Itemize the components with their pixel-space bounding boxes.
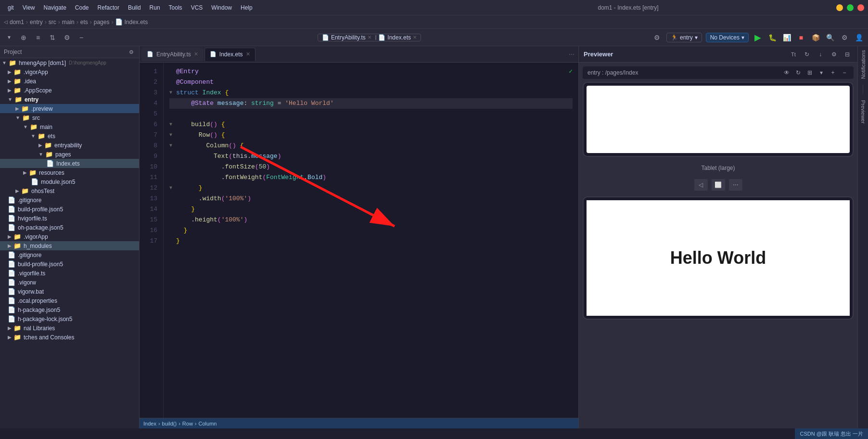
preview-grid-icon[interactable]: ⊞ xyxy=(805,68,814,77)
sidebar-buildprofile2[interactable]: 📄 build-profile.json5 xyxy=(0,259,139,269)
sidebar-ohostest[interactable]: ▶ 📁 ohosTest xyxy=(0,186,139,195)
fold-icon[interactable]: ▼ xyxy=(169,183,174,194)
menu-vcs[interactable]: VCS xyxy=(187,3,207,12)
fold-icon[interactable] xyxy=(169,236,174,246)
fold-icon[interactable] xyxy=(169,98,174,109)
preview-zoom-in-icon[interactable]: + xyxy=(829,68,837,77)
sidebar-main[interactable]: ▼ 📁 main xyxy=(0,122,139,131)
sidebar-gitignore2[interactable]: 📄 .gitignore xyxy=(0,250,139,259)
preview-zoom-out-icon[interactable]: − xyxy=(840,68,849,77)
sidebar-tches[interactable]: ▶ 📁 tches and Consoles xyxy=(0,333,139,342)
fold-icon[interactable] xyxy=(169,204,174,215)
code-content[interactable]: @Entry ✓ @Component ▼ struct Index { xyxy=(164,63,578,418)
search-icon[interactable]: 🔍 xyxy=(825,32,835,43)
preview-dropdown-icon[interactable]: ▾ xyxy=(817,68,826,77)
sidebar-preview[interactable]: ▶ 📁 .preview xyxy=(0,104,139,113)
sidebar-modulejson5[interactable]: 📄 module.json5 xyxy=(0,177,139,186)
deploy-icon[interactable]: 📦 xyxy=(810,32,821,43)
menu-window[interactable]: Window xyxy=(207,3,236,12)
close-button[interactable] xyxy=(857,4,864,11)
sidebar-ohpackage[interactable]: 📄 oh-package.json5 xyxy=(0,223,139,232)
entry-selector[interactable]: 🏃 entry ▾ xyxy=(666,33,702,42)
run-button[interactable]: ▶ xyxy=(753,32,763,43)
menu-run[interactable]: Run xyxy=(146,3,164,12)
fold-icon[interactable]: ▼ xyxy=(169,141,174,151)
fold-icon[interactable] xyxy=(169,172,174,183)
sidebar-idea[interactable]: ▶ 📁 .idea xyxy=(0,77,139,86)
toolbar-sort-icon[interactable]: ⇅ xyxy=(47,32,58,43)
tab-more-icon[interactable]: ⋯ xyxy=(567,51,576,58)
sidebar-gitignore[interactable]: 📄 .gitignore xyxy=(0,195,139,205)
previewer-settings-icon[interactable]: ⚙ xyxy=(829,49,839,60)
breadcrumb-ets[interactable]: ets xyxy=(80,19,88,26)
sidebar-build-profile[interactable]: 📄 build-profile.json5 xyxy=(0,205,139,214)
fold-icon[interactable] xyxy=(169,162,174,172)
toolbar-target-icon[interactable]: ⊕ xyxy=(18,32,29,43)
previewer-side-tab[interactable]: Previewer xyxy=(859,98,867,126)
sidebar-resources[interactable]: ▶ 📁 resources xyxy=(0,168,139,177)
previewer-expand-icon[interactable]: ⊟ xyxy=(842,49,853,60)
sidebar-gear-icon[interactable]: ⚙ xyxy=(128,48,135,56)
sidebar-hpackagelock[interactable]: 📄 h-package-lock.json5 xyxy=(0,314,139,323)
fold-icon[interactable] xyxy=(169,194,174,204)
preview-refresh2-icon[interactable]: ↻ xyxy=(794,68,803,77)
notifications-tab[interactable]: Notifications xyxy=(859,48,867,81)
tab-indexets[interactable]: 📄 Index.ets ✕ xyxy=(204,48,255,61)
device-home-button[interactable]: ⬜ xyxy=(712,179,725,191)
previewer-download-icon[interactable]: ↓ xyxy=(815,49,826,60)
tab-close-icon[interactable]: ✕ xyxy=(246,51,250,57)
breadcrumb-item[interactable]: ◁ xyxy=(4,19,8,25)
device-back-button[interactable]: ◁ xyxy=(694,179,708,191)
menu-code[interactable]: Code xyxy=(71,3,93,12)
sidebar-item-root[interactable]: ▼ 📁 hmengApp [dom1] D:\hongmengApp xyxy=(0,58,139,67)
fold-icon[interactable]: ▼ xyxy=(169,88,174,98)
profile-icon[interactable]: 📊 xyxy=(781,32,792,43)
editor-tab-indicator[interactable]: 📄 EntryAbility.ts ✕ | 📄 Index.ets ✕ xyxy=(318,34,421,41)
sidebar-vigorwbat[interactable]: 📄 vigorw.bat xyxy=(0,287,139,296)
fold-icon[interactable] xyxy=(169,225,174,236)
sidebar-hpackage[interactable]: 📄 h-package.json5 xyxy=(0,305,139,314)
menu-refactor[interactable]: Refactor xyxy=(94,3,123,12)
debug-icon[interactable]: 🐛 xyxy=(767,32,778,43)
tab-close-icon[interactable]: ✕ xyxy=(194,51,198,57)
fold-icon[interactable]: ▼ xyxy=(169,119,174,130)
menu-git[interactable]: git xyxy=(4,3,18,12)
toolbar-settings-icon[interactable]: ⚙ xyxy=(62,32,72,43)
sidebar-hvigorfile[interactable]: 📄 hvigorfile.ts xyxy=(0,214,139,223)
sidebar-entryability[interactable]: ▶ 📁 entryability xyxy=(0,141,139,150)
sidebar-entry[interactable]: ▼ 📁 entry xyxy=(0,95,139,104)
fold-icon[interactable] xyxy=(169,151,174,162)
menu-navigate[interactable]: Navigate xyxy=(39,3,70,12)
device-selector[interactable]: No Devices ▾ xyxy=(706,33,749,42)
device-more-button[interactable]: ⋯ xyxy=(729,179,742,191)
breadcrumb-src[interactable]: src xyxy=(49,19,56,26)
fold-icon[interactable] xyxy=(169,109,174,119)
fold-icon[interactable] xyxy=(169,77,174,88)
previewer-font-icon[interactable]: Tt xyxy=(788,49,799,60)
user-icon[interactable]: 👤 xyxy=(854,32,864,43)
breadcrumb-dom1[interactable]: dom1 xyxy=(10,19,24,26)
preview-eye-icon[interactable]: 👁 xyxy=(782,68,791,77)
menu-build[interactable]: Build xyxy=(124,3,145,12)
stop-icon[interactable]: ■ xyxy=(796,32,806,43)
sidebar-hmodules[interactable]: ▶ 📁 h_modules xyxy=(0,241,139,250)
sidebar-indexets[interactable]: 📄 Index.ets xyxy=(0,159,139,168)
previewer-refresh-icon[interactable]: ↻ xyxy=(802,49,812,60)
fold-icon[interactable]: ▼ xyxy=(169,130,174,141)
breadcrumb-indexets[interactable]: Index.ets xyxy=(124,19,148,26)
tab-entryability[interactable]: 📄 EntryAbility.ts ✕ xyxy=(141,48,204,61)
settings2-icon[interactable]: ⚙ xyxy=(839,32,850,43)
toolbar-list-icon[interactable]: ≡ xyxy=(33,32,43,43)
breadcrumb-main[interactable]: main xyxy=(62,19,75,26)
toolbar-minus-icon[interactable]: − xyxy=(76,32,87,43)
fold-icon[interactable] xyxy=(169,66,174,77)
breadcrumb-entry[interactable]: entry xyxy=(30,19,43,26)
sidebar-ets[interactable]: ▼ 📁 ets xyxy=(0,131,139,141)
maximize-button[interactable] xyxy=(847,4,854,11)
sidebar-vigorfilets[interactable]: 📄 .vigorfile.ts xyxy=(0,269,139,278)
sidebar-localprops[interactable]: 📄 .ocal.properties xyxy=(0,296,139,305)
menu-view[interactable]: View xyxy=(19,3,39,12)
sidebar-nallibraries[interactable]: ▶ 📁 nal Libraries xyxy=(0,323,139,333)
sidebar-pages[interactable]: ▼ 📁 pages xyxy=(0,150,139,159)
sidebar-vigorapp2[interactable]: ▶ 📁 .vigorApp xyxy=(0,232,139,241)
